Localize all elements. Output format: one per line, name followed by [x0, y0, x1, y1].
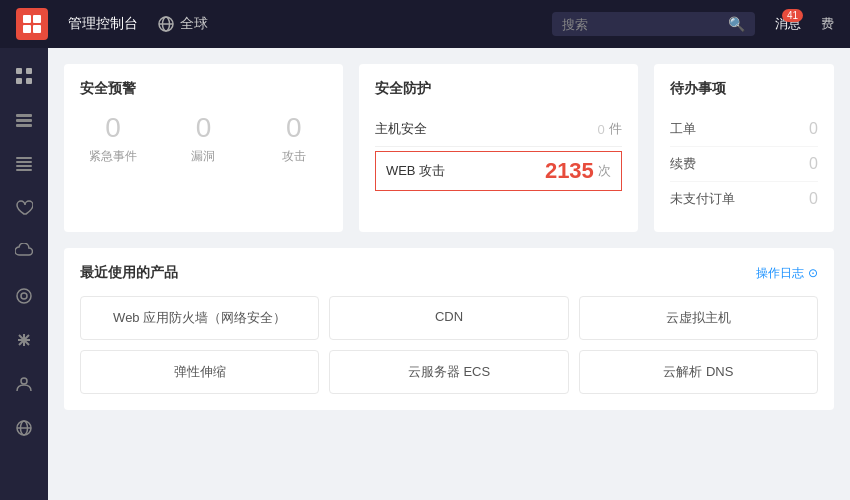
- product-item-1[interactable]: CDN: [329, 296, 568, 340]
- host-security-value: 0: [598, 122, 605, 137]
- products-grid: Web 应用防火墙（网络安全） CDN 云虚拟主机 弹性伸缩 云服务器 ECS …: [80, 296, 818, 394]
- people-icon: [15, 375, 33, 393]
- svg-rect-1: [33, 15, 41, 23]
- product-item-5[interactable]: 云解析 DNS: [579, 350, 818, 394]
- product-item-2[interactable]: 云虚拟主机: [579, 296, 818, 340]
- heart-icon: [15, 199, 33, 217]
- svg-point-18: [17, 289, 31, 303]
- globe2-icon: [15, 419, 33, 437]
- security-alert-card: 安全预警 0 紧急事件 0 漏洞 0 攻击: [64, 64, 343, 232]
- operation-log-label: 操作日志: [756, 265, 804, 282]
- product-label-4: 云服务器 ECS: [408, 364, 490, 379]
- search-icon: 🔍: [728, 16, 745, 32]
- svg-rect-10: [26, 78, 32, 84]
- vuln-value: 0: [196, 112, 212, 144]
- svg-rect-15: [16, 161, 32, 163]
- recent-products-title: 最近使用的产品: [80, 264, 178, 282]
- product-item-0[interactable]: Web 应用防火墙（网络安全）: [80, 296, 319, 340]
- svg-rect-11: [16, 114, 32, 117]
- pending-title: 待办事项: [670, 80, 818, 98]
- list-icon: [15, 111, 33, 129]
- sidebar-item-globe[interactable]: [4, 408, 44, 448]
- operation-log-link[interactable]: 操作日志 ⊙: [756, 265, 818, 282]
- fee-button[interactable]: 费: [821, 15, 834, 33]
- sidebar-item-circle[interactable]: [4, 276, 44, 316]
- top-nav: 管理控制台 全球 🔍 消息 41 费: [0, 0, 850, 48]
- product-label-3: 弹性伸缩: [174, 364, 226, 379]
- product-label-2: 云虚拟主机: [666, 310, 731, 325]
- svg-rect-8: [26, 68, 32, 74]
- svg-point-19: [21, 293, 27, 299]
- global-label: 全球: [180, 15, 208, 33]
- sidebar-item-list2[interactable]: [4, 144, 44, 184]
- pending-workorder: 工单 0: [670, 112, 818, 147]
- svg-rect-0: [23, 15, 31, 23]
- grid-icon: [15, 67, 33, 85]
- svg-rect-14: [16, 157, 32, 159]
- search-input[interactable]: [562, 17, 722, 32]
- cloud-icon: [15, 243, 33, 261]
- svg-rect-16: [16, 165, 32, 167]
- protection-host-row: 主机安全 0 件: [375, 112, 622, 147]
- sidebar-item-grid[interactable]: [4, 56, 44, 96]
- urgent-value: 0: [105, 112, 121, 144]
- globe-icon: [158, 16, 174, 32]
- renewal-label: 续费: [670, 155, 809, 173]
- metric-attack: 0 攻击: [261, 112, 327, 165]
- protection-web-row: WEB 攻击 2135 次: [375, 151, 622, 191]
- fee-label: 费: [821, 16, 834, 31]
- svg-rect-2: [23, 25, 31, 33]
- logo[interactable]: [16, 8, 48, 40]
- product-label-5: 云解析 DNS: [663, 364, 733, 379]
- main-content: 安全预警 0 紧急事件 0 漏洞 0 攻击: [48, 48, 850, 500]
- svg-rect-9: [16, 78, 22, 84]
- security-alert-title: 安全预警: [80, 80, 327, 98]
- product-label-0: Web 应用防火墙（网络安全）: [113, 310, 286, 325]
- unpaid-label: 未支付订单: [670, 190, 809, 208]
- host-security-label: 主机安全: [375, 120, 598, 138]
- metric-vuln: 0 漏洞: [170, 112, 236, 165]
- attack-label: 攻击: [282, 148, 306, 165]
- cross-icon: [15, 331, 33, 349]
- product-item-3[interactable]: 弹性伸缩: [80, 350, 319, 394]
- web-attack-value: 2135: [545, 158, 594, 184]
- security-protection-title: 安全防护: [375, 80, 622, 98]
- sidebar: [0, 48, 48, 500]
- security-protection-card: 安全防护 主机安全 0 件 WEB 攻击 2135 次: [359, 64, 638, 232]
- circle-right-icon: ⊙: [808, 266, 818, 280]
- pending-renewal: 续费 0: [670, 147, 818, 182]
- web-attack-unit: 次: [598, 162, 611, 180]
- layout: 安全预警 0 紧急事件 0 漏洞 0 攻击: [0, 48, 850, 500]
- sidebar-item-people[interactable]: [4, 364, 44, 404]
- unpaid-value: 0: [809, 190, 818, 208]
- workorder-label: 工单: [670, 120, 809, 138]
- list2-icon: [15, 155, 33, 173]
- sidebar-item-heart[interactable]: [4, 188, 44, 228]
- security-metrics: 0 紧急事件 0 漏洞 0 攻击: [80, 112, 327, 165]
- search-bar[interactable]: 🔍: [552, 12, 755, 36]
- vuln-label: 漏洞: [191, 148, 215, 165]
- host-security-unit: 件: [609, 120, 622, 138]
- web-attack-label: WEB 攻击: [386, 162, 545, 180]
- pending-card: 待办事项 工单 0 续费 0 未支付订单 0: [654, 64, 834, 232]
- metric-urgent: 0 紧急事件: [80, 112, 146, 165]
- global-selector[interactable]: 全球: [158, 15, 208, 33]
- svg-rect-13: [16, 124, 32, 127]
- section-header: 最近使用的产品 操作日志 ⊙: [80, 264, 818, 282]
- sidebar-item-cloud[interactable]: [4, 232, 44, 272]
- sidebar-item-list[interactable]: [4, 100, 44, 140]
- svg-rect-3: [33, 25, 41, 33]
- product-item-4[interactable]: 云服务器 ECS: [329, 350, 568, 394]
- sidebar-item-cross[interactable]: [4, 320, 44, 360]
- messages-badge: 41: [782, 9, 803, 22]
- svg-rect-17: [16, 169, 32, 171]
- nav-title: 管理控制台: [68, 15, 138, 33]
- workorder-value: 0: [809, 120, 818, 138]
- renewal-value: 0: [809, 155, 818, 173]
- svg-rect-7: [16, 68, 22, 74]
- product-label-1: CDN: [435, 309, 463, 324]
- circle-icon: [15, 287, 33, 305]
- messages-button[interactable]: 消息 41: [775, 15, 801, 33]
- attack-value: 0: [286, 112, 302, 144]
- top-row: 安全预警 0 紧急事件 0 漏洞 0 攻击: [64, 64, 834, 232]
